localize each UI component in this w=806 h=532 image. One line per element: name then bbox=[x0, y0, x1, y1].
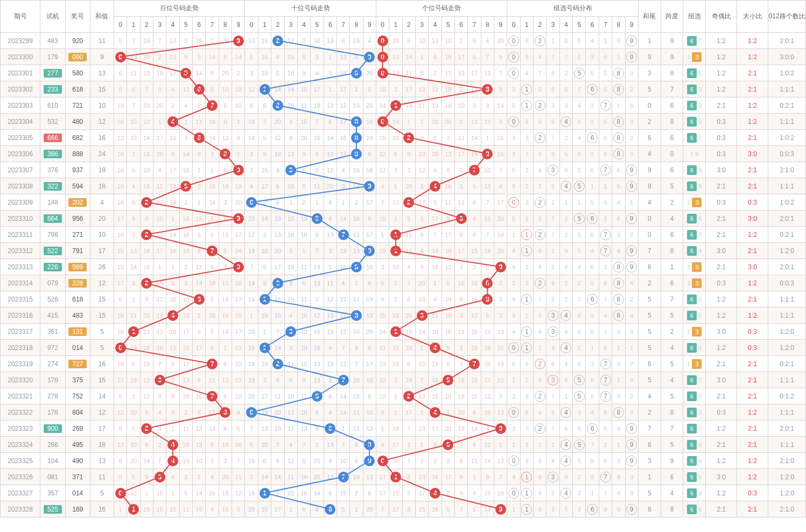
hdr-digit: 6 bbox=[324, 17, 337, 33]
hdr-zuxuan[interactable]: 组选 bbox=[683, 1, 706, 33]
trend-cell: 7 bbox=[140, 81, 153, 97]
cell-hezhi: 24 bbox=[90, 146, 114, 162]
dist-cell: 5 bbox=[534, 211, 546, 227]
trend-cell: 1 bbox=[166, 421, 179, 437]
dist-cell: 3 bbox=[546, 324, 559, 340]
hdr-hezhi[interactable]: 和值 bbox=[90, 1, 114, 33]
trend-cell: 17 bbox=[455, 243, 468, 259]
trend-cell: 12 bbox=[153, 178, 166, 194]
cell-lu: 1:1:1 bbox=[768, 81, 806, 97]
trend-cell: 12 bbox=[271, 130, 284, 146]
trend-cell: 18 bbox=[350, 211, 363, 227]
trend-cell: 15 bbox=[114, 259, 127, 275]
trend-cell: 8 bbox=[481, 275, 494, 291]
trend-cell: 13 bbox=[363, 307, 376, 324]
trend-cell: 14 bbox=[206, 130, 219, 146]
hdr-period[interactable]: 期号 bbox=[1, 1, 40, 33]
hdr-dist[interactable]: 组选号码分布 bbox=[507, 1, 638, 17]
trend-cell: 13 bbox=[258, 421, 271, 437]
trend-cell: 10 bbox=[415, 356, 428, 372]
trend-cell: 5 bbox=[127, 421, 140, 437]
trend-cell: 14 bbox=[232, 243, 245, 259]
trend-cell: 7 bbox=[337, 437, 349, 453]
trend-cell: 5 bbox=[245, 437, 258, 453]
trend-cell: 2 bbox=[271, 33, 284, 49]
hdr-shi[interactable]: 十位号码走势 bbox=[245, 1, 376, 17]
hdr-daxiao[interactable]: 大小比 bbox=[737, 1, 768, 33]
trend-cell: 2 bbox=[193, 307, 206, 324]
trend-cell: 20 bbox=[441, 421, 454, 437]
hdr-shiji[interactable]: 试机 bbox=[40, 1, 65, 33]
dist-cell: 7 bbox=[599, 485, 612, 501]
trend-cell: 8 bbox=[219, 162, 232, 178]
dist-cell: 9 bbox=[625, 243, 638, 259]
cell-shiji: 366 bbox=[40, 146, 65, 162]
dist-cell: 2 bbox=[599, 437, 612, 453]
cell-hewei: 6 bbox=[638, 356, 661, 372]
trend-cell: 2 bbox=[258, 372, 271, 388]
trend-cell: 8 bbox=[193, 243, 206, 259]
trend-cell: 8 bbox=[363, 388, 376, 404]
trend-cell: 7 bbox=[206, 243, 219, 259]
trend-cell: 5 bbox=[481, 259, 494, 275]
hdr-digit: 9 bbox=[625, 17, 638, 33]
hdr-lu[interactable]: 012路个数比 bbox=[768, 1, 806, 33]
dist-cell: 8 bbox=[559, 469, 572, 485]
dist-cell: 4 bbox=[612, 194, 625, 211]
cell-shiji: 525 bbox=[40, 501, 65, 517]
hdr-bai[interactable]: 百位号码走势 bbox=[114, 1, 245, 17]
cell-period: 2023322 bbox=[1, 404, 40, 421]
trend-cell: 14 bbox=[193, 65, 206, 81]
trend-cell: 20 bbox=[494, 243, 507, 259]
hdr-digit: 1 bbox=[389, 17, 402, 33]
cell-zuxuan: 3 3 bbox=[683, 259, 706, 275]
hdr-jiang[interactable]: 奖号 bbox=[65, 1, 90, 33]
trend-cell: 8 bbox=[468, 33, 481, 49]
trend-cell: 20 bbox=[363, 97, 376, 114]
trend-cell: 17 bbox=[271, 501, 284, 517]
trend-cell: 10 bbox=[481, 437, 494, 453]
trend-cell: 5 bbox=[337, 501, 349, 517]
hdr-jiou[interactable]: 奇偶比 bbox=[706, 1, 737, 33]
trend-cell: 5 bbox=[206, 437, 219, 453]
trend-cell: 11 bbox=[311, 178, 324, 194]
trend-cell: 16 bbox=[206, 114, 219, 130]
trend-cell: 6 bbox=[297, 49, 310, 65]
trend-cell: 4 bbox=[402, 259, 415, 275]
trend-cell: 12 bbox=[284, 146, 297, 162]
cell-period: 2023308 bbox=[1, 178, 40, 194]
cell-hewei: 5 bbox=[638, 324, 661, 340]
cell-hewei: 6 bbox=[638, 501, 661, 517]
trend-cell: 9 bbox=[363, 243, 376, 259]
hdr-ge[interactable]: 个位号码走势 bbox=[376, 1, 507, 17]
trend-cell: 5 bbox=[376, 421, 389, 437]
trend-cell: 8 bbox=[114, 81, 127, 97]
trend-cell: 2 bbox=[179, 194, 192, 211]
trend-cell: 18 bbox=[402, 372, 415, 388]
trend-cell: 16 bbox=[429, 469, 441, 485]
trend-cell: 15 bbox=[114, 178, 127, 194]
cell-jiang: 594 bbox=[65, 178, 90, 194]
trend-cell: 8 bbox=[402, 501, 415, 517]
trend-cell: 17 bbox=[402, 404, 415, 421]
dist-cell: 4 bbox=[507, 243, 520, 259]
table-row: 2023320179375151718123719611131119288913… bbox=[1, 372, 806, 388]
trend-cell: 13 bbox=[324, 437, 337, 453]
cell-lu: 1:0:2 bbox=[768, 130, 806, 146]
trend-cell: 19 bbox=[258, 404, 271, 421]
dist-cell: 6 bbox=[546, 356, 559, 372]
dist-cell: 8 bbox=[625, 324, 638, 340]
cell-hezhi: 17 bbox=[90, 421, 114, 437]
dist-cell: 8 bbox=[625, 404, 638, 421]
dist-cell: 9 bbox=[546, 114, 559, 130]
cell-shiji: 357 bbox=[40, 485, 65, 501]
lottery-trend-table: 期号 试机 奖号 和值 百位号码走势 十位号码走势 个位号码走势 组选号码分布 … bbox=[0, 0, 806, 517]
dist-cell: 1 bbox=[520, 307, 533, 324]
cell-shiji: 148 bbox=[40, 194, 65, 211]
hdr-hewei[interactable]: 和尾 bbox=[638, 1, 661, 33]
hdr-kuadu[interactable]: 跨度 bbox=[661, 1, 683, 33]
trend-cell: 3 bbox=[376, 259, 389, 275]
cell-hewei: 0 bbox=[638, 211, 661, 227]
table-row: 2023326081371115593432420117141411142012… bbox=[1, 469, 806, 485]
trend-cell: 15 bbox=[206, 485, 219, 501]
